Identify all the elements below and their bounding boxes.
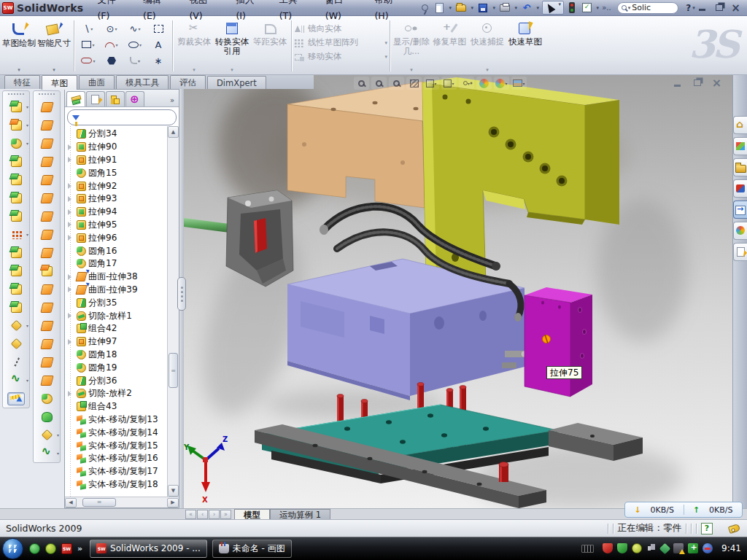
extruded-boss-button[interactable]: ▾ — [4, 98, 28, 116]
quicklaunch-360-ball-icon[interactable] — [45, 543, 56, 554]
menu-文件(F)[interactable]: 文件(F) — [89, 0, 135, 24]
scroll-right-icon[interactable]: ▶ — [167, 498, 179, 508]
file-explorer-tab[interactable] — [733, 179, 747, 198]
green-shield-icon[interactable] — [617, 543, 627, 553]
swept-surface-button[interactable] — [34, 98, 59, 116]
open-button[interactable] — [454, 1, 468, 14]
close-button[interactable]: × — [730, 3, 741, 12]
revolved-surface-button[interactable] — [34, 116, 59, 134]
tree-item-拉伸97[interactable]: 拉伸97 — [68, 335, 167, 349]
tab-DimXpert[interactable]: DimXpert — [207, 76, 266, 89]
tree-item-拉伸95[interactable]: 拉伸95 — [68, 219, 167, 232]
knit-surface-button[interactable] — [34, 244, 59, 262]
等距实体-button[interactable]: 等距实体 — [251, 18, 289, 74]
search-dropdown-icon[interactable]: ▾ — [628, 5, 631, 11]
sketch-text-icon[interactable]: A — [147, 36, 170, 52]
propertymanager-tab[interactable] — [86, 91, 105, 106]
splitter-handle[interactable] — [177, 277, 186, 311]
expand-icon[interactable] — [68, 391, 71, 397]
expand-icon[interactable] — [68, 222, 71, 228]
realview-icon[interactable]: ▾ — [494, 77, 509, 90]
graphics-area[interactable]: Y Z X ▾▾▾▾▾ × 拉伸75 — [184, 75, 732, 508]
thicken-cut-button[interactable] — [34, 262, 59, 280]
expand-icon[interactable] — [68, 157, 71, 163]
tab-评估[interactable]: 评估 — [170, 75, 206, 89]
slot-icon[interactable]: ▾ — [77, 52, 100, 69]
tree-item-曲面-拉伸39[interactable]: 曲面-拉伸39 — [68, 284, 167, 297]
combine-button[interactable] — [4, 280, 28, 298]
next-tab-icon[interactable]: › — [209, 510, 220, 519]
doc-tab-模型[interactable]: 模型 — [234, 509, 270, 519]
search-input[interactable]: Solic — [632, 3, 651, 12]
expand-icon[interactable] — [68, 196, 71, 202]
antivirus-shield-icon[interactable] — [603, 543, 613, 553]
extruded-cut-button[interactable]: ▾ — [4, 116, 28, 134]
显示/删除几...-button[interactable]: 显示/删除几...▾ — [392, 18, 430, 74]
design-library-tab[interactable] — [733, 158, 747, 176]
快速捕捉-button[interactable]: 快速捕捉▾ — [468, 18, 506, 74]
panel-chevron-icon[interactable]: » — [170, 96, 177, 106]
hide-show-items-icon[interactable]: ▾ — [459, 77, 474, 90]
tree-item-分割35[interactable]: 分割35 — [68, 296, 167, 309]
toolbar-overflow[interactable]: ».. — [602, 4, 611, 12]
expand-icon[interactable] — [68, 274, 71, 280]
tree-filter-input[interactable] — [67, 109, 177, 125]
sync-icon[interactable] — [659, 543, 671, 555]
search-box[interactable]: ▾ Solic — [617, 2, 678, 14]
menu-窗口(W)[interactable]: 窗口(W) — [317, 0, 367, 24]
options-button[interactable] — [580, 1, 593, 14]
taskbar-window-SolidWorks 2009 - ...[interactable]: SWSolidWorks 2009 - ... — [90, 540, 207, 558]
last-tab-icon[interactable]: » — [220, 510, 231, 519]
custom-properties-tab[interactable] — [733, 243, 747, 261]
menu-工具(T)[interactable]: 工具(T) — [271, 0, 317, 24]
tab-特征[interactable]: 特征 — [4, 75, 40, 89]
tree-vertical-scrollbar[interactable]: ▲ ≡ ▼ — [167, 126, 179, 497]
ellipse-icon[interactable]: ▾ — [123, 36, 147, 52]
tree-item-分割36[interactable]: 分割36 — [68, 374, 167, 387]
pin-icon[interactable] — [418, 1, 431, 14]
toolbar-drag-handle[interactable] — [38, 93, 55, 96]
scroll-up-icon[interactable]: ▲ — [168, 126, 179, 138]
线性草图阵列-button[interactable]: 线性草图阵列▾ — [294, 37, 387, 48]
save-button[interactable] — [476, 1, 489, 14]
section-view-icon[interactable] — [406, 77, 422, 90]
快速草图-button[interactable]: 快速草图 — [506, 18, 544, 74]
expand-icon[interactable] — [68, 183, 71, 189]
search-ball-icon[interactable] — [632, 543, 642, 553]
offset-surface-button[interactable] — [34, 207, 59, 225]
featuremanager-design-tree-tab[interactable] — [66, 91, 85, 106]
tree-item-拉伸91[interactable]: 拉伸91 — [68, 154, 167, 167]
health-shield-icon[interactable] — [688, 543, 698, 553]
tree-item-实体-移动/复制18[interactable]: 实体-移动/复制18 — [68, 478, 167, 491]
tree-item-分割34[interactable]: 分割34 — [68, 128, 167, 141]
solidworks-resources-tab[interactable] — [733, 137, 747, 155]
quicklaunch-overflow-icon[interactable]: » — [77, 544, 82, 553]
lofted-surface-button[interactable] — [34, 171, 59, 189]
tab-草图[interactable]: 草图 — [42, 75, 77, 90]
dimxpertmanager-tab[interactable] — [125, 91, 144, 106]
tree-item-组合43[interactable]: 组合43 — [68, 400, 167, 413]
curves-button[interactable]: ▾ — [34, 444, 59, 462]
volume-icon[interactable] — [646, 543, 657, 553]
tree-item-实体-移动/复制17[interactable]: 实体-移动/复制17 — [68, 465, 167, 478]
expand-icon[interactable] — [68, 235, 71, 241]
sketch-fillet-icon[interactable]: ▾ — [123, 52, 147, 69]
修复草图-button[interactable]: 修复草图 — [430, 18, 468, 74]
tree-item-拉伸92[interactable]: 拉伸92 — [68, 179, 167, 192]
instant3d-button[interactable] — [4, 389, 28, 408]
prev-tab-icon[interactable]: ‹ — [197, 510, 208, 519]
delete-face-button[interactable] — [34, 280, 59, 298]
revolved-boss-button[interactable] — [4, 171, 28, 189]
tab-曲面[interactable]: 曲面 — [79, 75, 115, 89]
tag-icon[interactable] — [728, 523, 740, 533]
curve-button[interactable]: ▾ — [4, 371, 28, 389]
magenta-block[interactable] — [525, 287, 592, 397]
view-palette-tab[interactable] — [733, 201, 747, 219]
tree-item-拉伸90[interactable]: 拉伸90 — [68, 141, 167, 154]
linear-pattern-button[interactable]: ▾ — [4, 225, 28, 244]
quick-tips-button[interactable]: ? — [701, 523, 713, 534]
restore-button[interactable] — [713, 3, 724, 12]
toolbar-drag-handle[interactable] — [7, 93, 25, 96]
镜向实体-button[interactable]: 镜向实体 — [294, 23, 387, 34]
tree-item-实体-移动/复制14[interactable]: 实体-移动/复制14 — [68, 426, 167, 439]
